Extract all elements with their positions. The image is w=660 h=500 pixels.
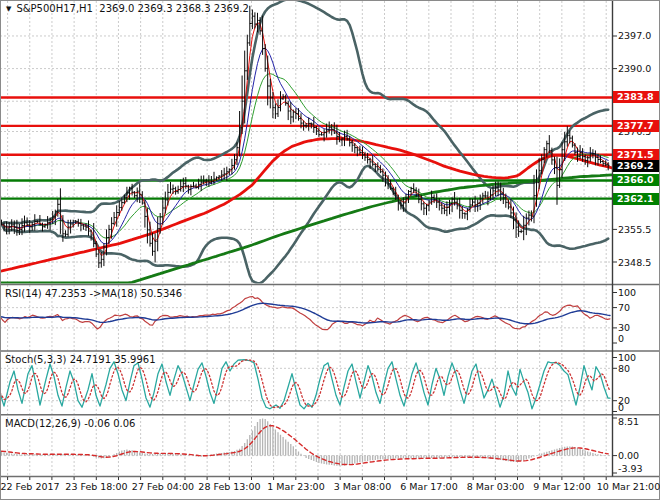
price-axis-label: 2348.5 <box>618 257 651 268</box>
price-axis-label: 2397.0 <box>618 30 651 41</box>
chart-symbol-period: S&P500H17,H1 <box>16 3 93 14</box>
time-axis-label: 23 Feb 18:00 <box>65 481 127 493</box>
rsi-panel-title: RSI(14) 47.2353 ->MA(18) 50.5346 <box>5 288 182 299</box>
time-axis-label: 8 Mar 03:00 <box>467 481 524 493</box>
time-axis-label: 10 Mar 21:00 <box>597 481 660 493</box>
rsi-axis-label: 70 <box>618 302 630 313</box>
stoch-axis-label: 0 <box>618 402 624 413</box>
price-level-badge: 2366.0 <box>613 174 659 186</box>
time-axis-label: 28 Feb 13:00 <box>198 481 260 493</box>
price-axis-label: 2355.5 <box>618 224 651 235</box>
macd-axis-label: 0.00 <box>618 450 639 461</box>
time-axis-label: 6 Mar 17:00 <box>400 481 457 493</box>
trading-chart-window: ▼S&P500H17,H1 2369.0 2369.3 2368.3 2369.… <box>0 0 660 500</box>
stoch-axis-label: 100 <box>618 352 636 363</box>
price-level-badge: 2369.2 <box>613 160 659 172</box>
time-axis-label: 22 Feb 2017 <box>0 481 59 493</box>
stoch-axis-label: 80 <box>618 363 630 374</box>
rsi-axis-label: 0 <box>618 333 624 344</box>
macd-axis-label: -3.93 <box>618 463 643 474</box>
chart-ohlc-values: 2369.0 2369.3 2368.3 2369.2 <box>99 3 249 14</box>
time-axis-label: 9 Mar 12:00 <box>533 481 590 493</box>
macd-panel-title: MACD(12,26,9) -0.06 0.06 <box>5 418 135 429</box>
price-axis-label: 2390.0 <box>618 63 651 74</box>
price-level-badge: 2377.7 <box>613 120 659 132</box>
time-axis-label: 3 Mar 08:00 <box>334 481 391 493</box>
time-axis-label: 1 Mar 23:00 <box>267 481 324 493</box>
price-level-badge: 2362.1 <box>613 193 659 205</box>
symbol-marker-icon: ▼ <box>6 3 11 15</box>
time-axis-label: 27 Feb 04:00 <box>132 481 194 493</box>
stoch-panel-title: Stoch(5,3,3) 24.7191 35.9961 <box>5 354 156 365</box>
rsi-axis-label: 100 <box>618 287 636 298</box>
chart-title: ▼S&P500H17,H1 2369.0 2369.3 2368.3 2369.… <box>6 3 249 15</box>
macd-axis-label: 8.51 <box>618 416 639 427</box>
price-level-badge: 2383.8 <box>613 91 659 103</box>
